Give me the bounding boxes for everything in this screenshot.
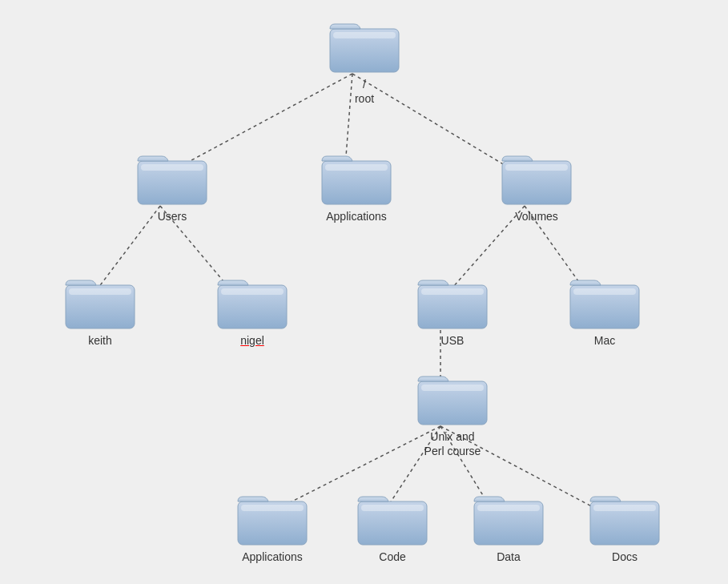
folder-code: Code — [344, 489, 440, 564]
folder-usb: USB — [404, 272, 501, 348]
folder-label-docs: Docs — [612, 550, 638, 564]
folder-icon-docs — [589, 489, 661, 546]
folder-label-data: Data — [497, 550, 521, 564]
svg-rect-33 — [361, 505, 424, 511]
svg-rect-31 — [241, 505, 304, 511]
folder-label-volumes: Volumes — [515, 209, 558, 224]
folder-icon-data — [473, 489, 545, 546]
folder-nigel: nigel — [204, 272, 300, 348]
folder-label-applications: Applications — [326, 209, 387, 224]
folder-label-code: Code — [379, 550, 405, 564]
folder-icon-keith — [64, 272, 136, 330]
svg-rect-37 — [593, 505, 656, 511]
folder-label-unixperl: Unix and Perl course — [424, 429, 481, 458]
folder-data: Data — [461, 489, 557, 564]
svg-rect-15 — [141, 164, 203, 171]
folder-icon-nigel — [216, 272, 288, 330]
svg-rect-19 — [505, 164, 568, 171]
folder-label-app2: Applications — [242, 550, 303, 564]
folder-icon-volumes — [501, 148, 573, 206]
folder-icon-root — [328, 16, 400, 74]
folder-keith: keith — [52, 272, 148, 348]
folder-icon-users — [136, 148, 208, 206]
folder-icon-code — [356, 489, 428, 546]
folder-icon-usb — [416, 272, 489, 330]
svg-rect-17 — [325, 164, 388, 171]
svg-rect-25 — [421, 288, 484, 295]
folder-label-keith: keith — [88, 333, 112, 348]
folder-label-mac: Mac — [594, 333, 615, 348]
svg-rect-23 — [221, 288, 284, 295]
folder-icon-applications — [320, 148, 392, 206]
folder-docs: Docs — [577, 489, 673, 564]
folder-app2: Applications — [224, 489, 320, 564]
folder-label-usb: USB — [441, 333, 465, 348]
folder-applications: Applications — [308, 148, 404, 224]
folder-users: Users — [124, 148, 220, 224]
folder-label-nigel: nigel — [240, 333, 264, 348]
diagram: / root Users — [0, 0, 728, 584]
svg-rect-35 — [477, 505, 540, 511]
folder-root: / root — [316, 16, 412, 106]
folder-icon-mac — [569, 272, 641, 330]
svg-rect-21 — [69, 288, 131, 295]
folder-label-users: Users — [158, 209, 187, 224]
svg-rect-29 — [421, 385, 484, 391]
svg-rect-13 — [333, 32, 396, 38]
folder-icon-app2 — [236, 489, 308, 546]
folder-icon-unixperl — [416, 369, 489, 426]
svg-rect-27 — [573, 288, 636, 295]
folder-unixperl: Unix and Perl course — [404, 369, 501, 458]
folder-mac: Mac — [557, 272, 653, 348]
folder-label-root: / root — [355, 77, 374, 106]
folder-volumes: Volumes — [489, 148, 585, 224]
